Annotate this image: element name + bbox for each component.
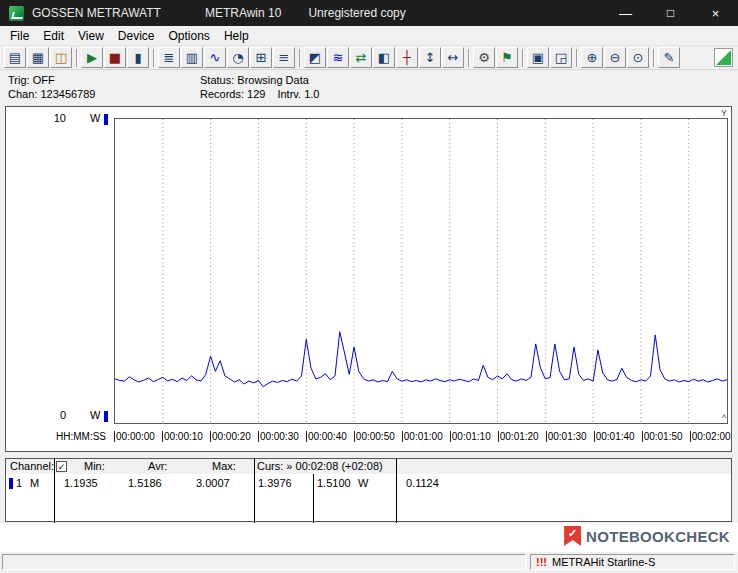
trigger-status: Trig: OFF [8, 73, 95, 87]
cell-avr: 1.5186 [128, 477, 162, 489]
close-button[interactable]: × [693, 0, 738, 26]
device-settings-icon[interactable]: ⚙ [473, 47, 495, 68]
x-tick-label: 00:01:00 [404, 431, 443, 442]
y-scale-icon[interactable]: ↕ [419, 47, 441, 68]
window-controls: — □ × [603, 0, 738, 26]
y-axis-max-label: 10 [44, 112, 66, 124]
x-scale-icon[interactable]: ↔ [442, 47, 464, 68]
cell-cursor-a: 1.3976 [258, 477, 292, 489]
toolbar-separator [465, 48, 472, 68]
view-numeric-icon[interactable]: ≣ [158, 47, 180, 68]
menu-item-view[interactable]: View [71, 27, 111, 45]
title-product-name: METRAwin 10 [205, 6, 281, 20]
app-icon [9, 6, 24, 21]
title-app-name: GOSSEN METRAWATT [32, 6, 161, 20]
acquisition-info: Trig: OFF Chan: 123456789 Status: Browsi… [0, 70, 738, 104]
view-bargraph-icon[interactable]: ▥ [181, 47, 203, 68]
y-axis-min-label: 0 [44, 409, 66, 421]
table-divider [313, 474, 314, 523]
maximize-button[interactable]: □ [648, 0, 693, 26]
header-channel: Channel: [10, 460, 54, 472]
device-name: METRAHit Starline-S [552, 556, 655, 568]
status-segment-device: !!! METRAHit Starline-S [530, 554, 735, 570]
x-tick-label: 00:00:10 [164, 431, 203, 442]
plot-area[interactable] [114, 118, 728, 424]
table-divider [396, 459, 397, 523]
print-preview-icon[interactable]: ◲ [550, 47, 572, 68]
save-as-icon[interactable]: ▦ [27, 47, 49, 68]
y-axis-min-unit: W [90, 409, 100, 421]
x-tick-label: 00:01:50 [644, 431, 683, 442]
x-tick [114, 431, 115, 442]
toolbar-separator [519, 48, 526, 68]
y-axis-max-unit: W [90, 112, 100, 124]
note-icon[interactable]: ✎ [658, 47, 680, 68]
title-bar: GOSSEN METRAWATT METRAwin 10 Unregistere… [0, 0, 738, 26]
metrawin-window: GOSSEN METRAWATT METRAwin 10 Unregistere… [0, 0, 738, 573]
x-tick [354, 431, 355, 442]
x-tick-label: 00:00:40 [308, 431, 347, 442]
channel-visible-checkbox[interactable]: ✓ [56, 461, 67, 472]
time-compress-icon[interactable]: ≋ [327, 47, 349, 68]
records-count: Records: 129 [200, 88, 265, 100]
pause-recording-icon[interactable]: ▮ [127, 47, 149, 68]
crosshair-icon[interactable]: ┼ [396, 47, 418, 68]
cell-max: 3.0007 [196, 477, 230, 489]
zoom-window-icon[interactable]: ⊙ [627, 47, 649, 68]
save-icon[interactable]: ▤ [4, 47, 26, 68]
title-license-status: Unregistered copy [308, 6, 405, 20]
toolbar-separator [150, 48, 157, 68]
toolbar-separator [573, 48, 580, 68]
header-cursor: Curs: » 00:02:08 (+02:08) [257, 460, 383, 472]
minimize-button[interactable]: — [603, 0, 648, 26]
channel-list: Chan: 123456789 [8, 87, 95, 101]
open-icon[interactable]: ◫ [50, 47, 72, 68]
chart-svg [115, 119, 727, 423]
x-tick [306, 431, 307, 442]
x-tick [210, 431, 211, 442]
device-alert-icon: !!! [536, 556, 547, 568]
menu-item-file[interactable]: File [3, 27, 36, 45]
x-axis: HH:MM:SS 00:00:0000:00:1000:00:2000:00:3… [6, 429, 733, 445]
status-segment-empty [2, 554, 526, 570]
cell-min: 1.1935 [64, 477, 98, 489]
cell-mode: M [30, 477, 39, 489]
menu-item-options[interactable]: Options [162, 27, 217, 45]
menu-item-help[interactable]: Help [217, 27, 256, 45]
channel-marker-top [104, 114, 108, 125]
y-axis-indicator[interactable]: Y [721, 108, 727, 118]
data-transfer-icon[interactable]: ⇄ [350, 47, 372, 68]
view-protocol-icon[interactable]: ≡ [273, 47, 295, 68]
menu-bar: FileEditViewDeviceOptionsHelp [0, 26, 738, 46]
table-row: 1 M 1.1935 1.5186 3.0007 1.3976 1.5100 W… [6, 477, 731, 491]
header-avr: Avr: [148, 460, 167, 472]
start-recording-icon[interactable]: ▶ [81, 47, 103, 68]
channel-marker-bottom [104, 411, 108, 422]
notebookcheck-watermark: ✓ NOTEBOOKCHECK [564, 526, 730, 546]
table-header: Channel: ✓ Min: Avr: Max: Curs: » 00:02:… [6, 459, 731, 474]
channel-color-marker [9, 478, 13, 489]
stop-recording-icon[interactable]: ■ [104, 47, 126, 68]
cell-cursor-value: 1.5100 [317, 477, 351, 489]
view-gauge-icon[interactable]: ◔ [227, 47, 249, 68]
toolbar: ▤▦◫▶■▮≣▥∿◔⊞≡◩≋⇄◧┼↕↔⚙⚑▣◲⊕⊖⊙✎ [0, 46, 738, 70]
menu-item-device[interactable]: Device [111, 27, 162, 45]
x-tick [450, 431, 451, 442]
view-chart-icon[interactable]: ∿ [204, 47, 226, 68]
table-divider [254, 459, 255, 523]
channel-config-icon[interactable]: ◩ [304, 47, 326, 68]
print-icon[interactable]: ▣ [527, 47, 549, 68]
toolbar-separator [650, 48, 657, 68]
x-tick [258, 431, 259, 442]
menu-item-edit[interactable]: Edit [36, 27, 71, 45]
trigger-icon[interactable]: ⚑ [496, 47, 518, 68]
zoom-out-icon[interactable]: ⊖ [604, 47, 626, 68]
zoom-in-icon[interactable]: ⊕ [581, 47, 603, 68]
x-tick-label: 00:01:30 [548, 431, 587, 442]
metrawin-corner-logo-icon [714, 48, 733, 67]
x-tick [594, 431, 595, 442]
notebookcheck-logo-icon: ✓ [564, 526, 581, 546]
x-tick-label: 00:01:40 [596, 431, 635, 442]
cursor-mode-icon[interactable]: ◧ [373, 47, 395, 68]
view-table-icon[interactable]: ⊞ [250, 47, 272, 68]
